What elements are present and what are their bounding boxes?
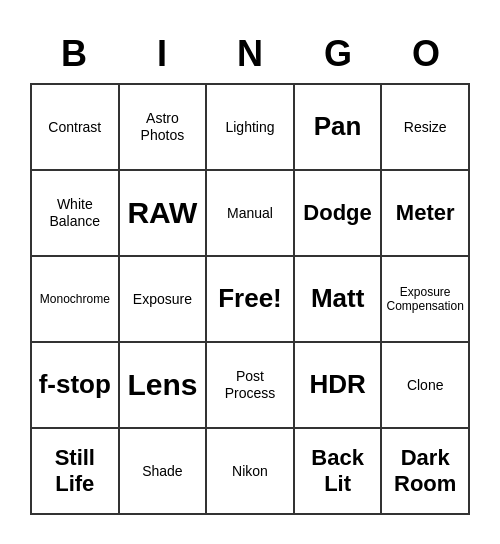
bingo-cell: Contrast	[32, 85, 120, 171]
bingo-cell: Still Life	[32, 429, 120, 515]
bingo-cell: Clone	[382, 343, 470, 429]
bingo-cell: RAW	[120, 171, 208, 257]
bingo-grid: ContrastAstro PhotosLightingPanResizeWhi…	[30, 83, 470, 515]
bingo-cell: Pan	[295, 85, 383, 171]
header-letter: I	[118, 29, 206, 79]
bingo-cell: Lens	[120, 343, 208, 429]
bingo-cell: Lighting	[207, 85, 295, 171]
bingo-cell: f-stop	[32, 343, 120, 429]
bingo-cell: Post Process	[207, 343, 295, 429]
bingo-cell: Meter	[382, 171, 470, 257]
bingo-cell: Exposure Compensation	[382, 257, 470, 343]
bingo-cell: Manual	[207, 171, 295, 257]
bingo-cell: Astro Photos	[120, 85, 208, 171]
header-letter: G	[294, 29, 382, 79]
bingo-cell: Matt	[295, 257, 383, 343]
bingo-cell: Nikon	[207, 429, 295, 515]
bingo-cell: Free!	[207, 257, 295, 343]
header-letter: N	[206, 29, 294, 79]
bingo-card: BINGO ContrastAstro PhotosLightingPanRes…	[20, 19, 480, 525]
bingo-cell: Back Lit	[295, 429, 383, 515]
bingo-cell: Exposure	[120, 257, 208, 343]
bingo-cell: Monochrome	[32, 257, 120, 343]
bingo-cell: Dark Room	[382, 429, 470, 515]
bingo-cell: HDR	[295, 343, 383, 429]
bingo-cell: Dodge	[295, 171, 383, 257]
bingo-cell: White Balance	[32, 171, 120, 257]
header-letter: O	[382, 29, 470, 79]
bingo-header: BINGO	[30, 29, 470, 79]
bingo-cell: Shade	[120, 429, 208, 515]
header-letter: B	[30, 29, 118, 79]
bingo-cell: Resize	[382, 85, 470, 171]
